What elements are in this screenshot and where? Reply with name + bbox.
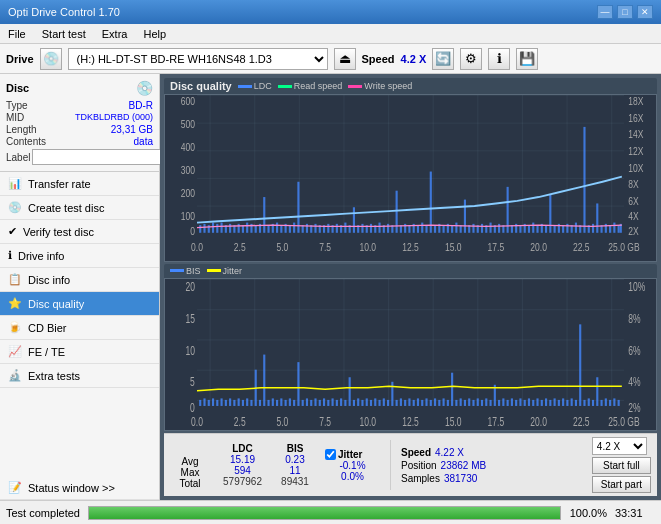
fe-te-icon: 📈 xyxy=(8,345,22,358)
start-full-button[interactable]: Start full xyxy=(592,457,651,474)
svg-rect-224 xyxy=(515,400,517,406)
nav-status-window[interactable]: 📝 Status window >> xyxy=(0,476,159,500)
svg-rect-32 xyxy=(216,224,218,233)
svg-rect-176 xyxy=(310,400,312,406)
ldc-legend: LDC xyxy=(238,81,272,91)
svg-rect-30 xyxy=(208,225,210,233)
nav-fe-te[interactable]: 📈 FE / TE xyxy=(0,340,159,364)
svg-rect-198 xyxy=(404,400,406,406)
minimize-button[interactable]: — xyxy=(597,5,613,19)
menu-file[interactable]: File xyxy=(4,27,30,41)
svg-rect-206 xyxy=(438,400,440,406)
svg-text:0.0: 0.0 xyxy=(191,415,203,428)
write-speed-legend: Write speed xyxy=(348,81,412,91)
svg-rect-151 xyxy=(203,398,205,406)
svg-rect-82 xyxy=(430,172,432,233)
svg-rect-172 xyxy=(293,400,295,406)
jitter-avg-val: -0.1% xyxy=(325,460,380,471)
refresh-button[interactable]: 🔄 xyxy=(432,48,454,70)
svg-rect-121 xyxy=(596,203,598,232)
read-speed-color xyxy=(278,85,292,88)
ldc-total-val: 5797962 xyxy=(223,476,262,487)
start-part-button[interactable]: Start part xyxy=(592,476,651,493)
info-button[interactable]: ℹ xyxy=(488,48,510,70)
save-button[interactable]: 💾 xyxy=(516,48,538,70)
jitter-color xyxy=(207,269,221,272)
svg-rect-50 xyxy=(293,223,295,233)
svg-rect-180 xyxy=(327,400,329,406)
svg-text:10.0: 10.0 xyxy=(360,241,377,253)
drive-select[interactable]: (H:) HL-DT-ST BD-RE WH16NS48 1.D3 xyxy=(68,48,328,70)
svg-text:5.0: 5.0 xyxy=(276,241,288,253)
menu-help[interactable]: Help xyxy=(139,27,170,41)
svg-rect-80 xyxy=(421,223,423,233)
disc-info-label: Disc info xyxy=(28,274,70,286)
nav-cd-bier[interactable]: 🍺 CD Bier xyxy=(0,316,159,340)
jitter-checkbox[interactable] xyxy=(325,449,336,460)
verify-test-disc-icon: ✔ xyxy=(8,225,17,238)
svg-rect-241 xyxy=(588,398,590,406)
bis-color xyxy=(170,269,184,272)
svg-rect-192 xyxy=(378,400,380,406)
menu-start-test[interactable]: Start test xyxy=(38,27,90,41)
max-row-label: Max xyxy=(181,467,200,478)
cd-bier-icon: 🍺 xyxy=(8,321,22,334)
svg-rect-96 xyxy=(489,223,491,233)
svg-rect-152 xyxy=(208,400,210,406)
svg-text:2%: 2% xyxy=(628,401,640,414)
svg-rect-239 xyxy=(579,324,581,406)
speed-buttons-col: 4.2 X Start full Start part xyxy=(592,437,651,493)
contents-value[interactable]: data xyxy=(134,136,153,147)
svg-rect-44 xyxy=(267,225,269,233)
nav-create-test-disc[interactable]: 💿 Create test disc xyxy=(0,196,159,220)
svg-text:16X: 16X xyxy=(628,112,644,124)
close-button[interactable]: ✕ xyxy=(637,5,653,19)
maximize-button[interactable]: □ xyxy=(617,5,633,19)
svg-rect-153 xyxy=(212,398,214,406)
ldc-max-val: 594 xyxy=(234,465,251,476)
drive-icon-button[interactable]: 💿 xyxy=(40,48,62,70)
svg-rect-222 xyxy=(507,400,509,406)
svg-rect-81 xyxy=(425,225,427,233)
nav-disc-quality[interactable]: ⭐ Disc quality xyxy=(0,292,159,316)
svg-text:200: 200 xyxy=(181,187,195,199)
nav-disc-info[interactable]: 📋 Disc info xyxy=(0,268,159,292)
chart2-area: 20 15 10 5 0 10% 8% 6% 4% 2% 0.0 2.5 5.0… xyxy=(164,278,657,431)
svg-text:14X: 14X xyxy=(628,129,644,141)
svg-rect-166 xyxy=(267,400,269,406)
svg-rect-207 xyxy=(443,398,445,406)
svg-rect-243 xyxy=(596,377,598,406)
verify-test-disc-label: Verify test disc xyxy=(23,226,94,238)
svg-rect-157 xyxy=(229,398,231,406)
speed-dropdown[interactable]: 4.2 X xyxy=(592,437,647,455)
svg-rect-226 xyxy=(524,400,526,406)
svg-rect-203 xyxy=(425,398,427,406)
svg-rect-193 xyxy=(383,398,385,406)
nav-drive-info[interactable]: ℹ Drive info xyxy=(0,244,159,268)
samples-val: 381730 xyxy=(444,473,477,484)
bis-total-val: 89431 xyxy=(281,476,309,487)
svg-rect-216 xyxy=(481,400,483,406)
nav-transfer-rate[interactable]: 📊 Transfer rate xyxy=(0,172,159,196)
ldc-avg-val: 15.19 xyxy=(230,454,255,465)
svg-rect-248 xyxy=(618,400,620,406)
svg-rect-49 xyxy=(289,225,291,233)
menu-extra[interactable]: Extra xyxy=(98,27,132,41)
settings-button[interactable]: ⚙ xyxy=(460,48,482,70)
chart1-title: Disc quality xyxy=(170,80,232,92)
svg-rect-238 xyxy=(575,400,577,406)
chart2-container: BIS Jitter 20 15 xyxy=(164,264,657,431)
jitter-legend: Jitter xyxy=(207,266,243,276)
ldc-stats-col: LDC 15.19 594 5797962 xyxy=(220,443,265,487)
svg-rect-155 xyxy=(221,398,223,406)
svg-rect-205 xyxy=(434,398,436,406)
svg-rect-213 xyxy=(468,398,470,406)
nav-verify-test-disc[interactable]: ✔ Verify test disc xyxy=(0,220,159,244)
svg-rect-236 xyxy=(566,400,568,406)
chart1-header: Disc quality LDC Read speed Write speed xyxy=(164,78,657,94)
eject-button[interactable]: ⏏ xyxy=(334,48,356,70)
mid-label: MID xyxy=(6,112,24,123)
label-input[interactable] xyxy=(32,149,165,165)
svg-text:6X: 6X xyxy=(628,195,639,207)
nav-extra-tests[interactable]: 🔬 Extra tests xyxy=(0,364,159,388)
